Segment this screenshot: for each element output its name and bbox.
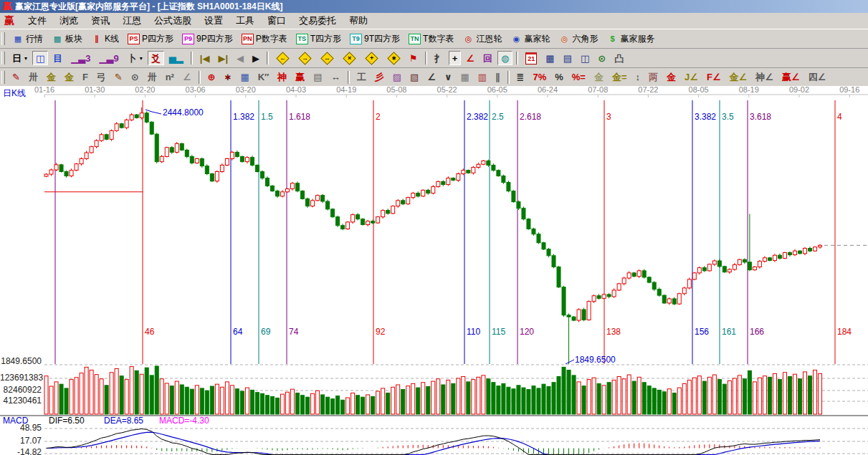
minute9-button[interactable]: ▁▃9 (96, 51, 123, 65)
service-button[interactable]: $赢家服务 (603, 32, 658, 46)
toolbar-grip[interactable] (1, 32, 5, 45)
gann-right-button[interactable]: → (295, 51, 315, 65)
gold-circle-tool[interactable]: 金 (591, 70, 607, 85)
save-button[interactable]: ◫ (577, 51, 593, 65)
ray-box-tool[interactable]: ▨ (389, 70, 405, 85)
gold-ratio-tool[interactable]: 金 (43, 70, 59, 85)
gann-cross-button[interactable]: × (339, 51, 360, 65)
gold-angle-tool[interactable]: 金∠ (726, 70, 751, 85)
grid-tool[interactable]: ▦ (457, 70, 472, 85)
updown-pencil-tool[interactable]: ↕ (632, 70, 644, 85)
spiral-tool[interactable]: 弓 (93, 70, 110, 85)
ying-angle-tool[interactable]: 赢∠ (778, 70, 803, 85)
menu-item-2[interactable]: 资讯 (85, 14, 116, 27)
shen-angle-tool[interactable]: 神∠ (752, 70, 777, 85)
nav-last-button[interactable]: ▶| (214, 51, 232, 65)
measure-button[interactable]: ∠ (462, 51, 478, 65)
percent-tool[interactable]: % (551, 70, 567, 85)
kline-mark-tool[interactable]: K″ (254, 70, 273, 85)
v-lines-tool[interactable]: ∨ (441, 70, 456, 85)
menu-item-0[interactable]: 文件 (22, 14, 53, 27)
gann-hexpand-button[interactable]: ↔ (317, 51, 338, 65)
hand-tool-button[interactable]: 扌 (431, 51, 447, 65)
grid-red-tool[interactable]: ▥ (474, 70, 490, 85)
percent7-tool[interactable]: 7% (529, 70, 550, 85)
winner-wheel-button[interactable]: ◉赢家轮 (507, 32, 553, 46)
angle-ruler-tool[interactable]: ∠ (179, 70, 195, 85)
menu-item-3[interactable]: 江恩 (116, 14, 148, 27)
star-circle-tool[interactable]: ∗ (221, 70, 236, 85)
menu-item-6[interactable]: 工具 (229, 14, 261, 27)
menu-item-1[interactable]: 浏览 (53, 14, 85, 27)
kline-chart[interactable]: 01-1601-3002-2003-0603-2004-0304-1905-08… (0, 86, 868, 455)
toolbar-grip[interactable] (1, 52, 5, 64)
gann-circle-tool[interactable]: ⊙ (128, 70, 143, 85)
minute3-button[interactable]: ▁▃3 (67, 51, 94, 65)
period-day-dropdown[interactable]: 日▾ (9, 51, 31, 65)
candle-style-dropdown[interactable]: 卜▾ (124, 51, 146, 65)
notes-button[interactable]: ▤ (560, 51, 576, 65)
grid-123-tool[interactable]: ▤ (310, 70, 325, 85)
gann-plus-button[interactable]: + (361, 51, 382, 65)
target-tool[interactable]: ⊕ (204, 70, 219, 85)
print-button[interactable]: 凸 (611, 51, 627, 65)
gold-line-tool[interactable]: 金= (609, 70, 631, 85)
gann-star-button[interactable]: ∗ (383, 51, 404, 65)
sectors-button[interactable]: ▩板块 (48, 32, 86, 46)
flag-button[interactable]: ⚑ (406, 51, 421, 65)
menu-item-4[interactable]: 公式选股 (148, 14, 198, 27)
menu-item-5[interactable]: 设置 (198, 14, 229, 27)
brain-button[interactable]: ◍ (497, 51, 512, 65)
gold-ratio2-tool[interactable]: 金 (61, 70, 77, 85)
overlay-chart-button[interactable]: ◫ (32, 51, 48, 65)
menu-item-9[interactable]: 帮助 (343, 14, 374, 27)
info-panel-button[interactable]: 目 (49, 51, 66, 65)
gann-line-tool[interactable]: 卅 (25, 70, 42, 85)
band-tool[interactable]: 两 (645, 70, 662, 85)
crosshair-button[interactable]: + (449, 51, 462, 65)
gold-ray-tool[interactable]: 金 (663, 70, 679, 85)
clover-button[interactable]: 回 (480, 51, 496, 65)
j-angle-tool[interactable]: J∠ (681, 70, 702, 85)
ray-fan-tool[interactable]: 彡 (371, 70, 388, 85)
line-group-tool[interactable]: 卅 (144, 70, 161, 85)
fibonacci-tool[interactable]: F (79, 70, 92, 85)
p-square-button[interactable]: PSP四方形 (124, 32, 177, 46)
t9-square-button[interactable]: T99T四方形 (346, 32, 404, 46)
ray-box2-tool[interactable]: ▧ (406, 70, 422, 85)
quotes-button[interactable]: ▦行情 (9, 32, 47, 46)
toolbar-grip[interactable] (1, 71, 5, 84)
n2-tool[interactable]: n² (162, 70, 178, 85)
menu-item-7[interactable]: 窗口 (261, 14, 292, 27)
t-number-button[interactable]: TNT数字表 (405, 32, 457, 46)
nav-next-button[interactable]: ▶ (249, 51, 263, 65)
world-button[interactable]: ⊙ (594, 51, 609, 65)
p-number-button[interactable]: PNP数字表 (238, 32, 291, 46)
ying-tool[interactable]: 赢 (292, 70, 308, 85)
percent-line-tool[interactable]: %= (568, 70, 589, 85)
t-square-button[interactable]: TST四方形 (292, 32, 345, 46)
price-ladder-tool[interactable]: ≣ (513, 70, 528, 85)
calculator-button[interactable]: ▦ (542, 51, 558, 65)
nav-prev-button[interactable]: ◀ (233, 51, 247, 65)
pencil-tool[interactable]: ✎ (9, 70, 24, 85)
menu-item-8[interactable]: 交易委托 (292, 14, 343, 27)
shen-tool[interactable]: 神 (274, 70, 290, 85)
angle-lines-tool[interactable]: ∠ (424, 70, 439, 85)
kline-button[interactable]: ∥K线 (87, 32, 123, 46)
nav-first-button[interactable]: |◀ (196, 51, 214, 65)
grid-net-tool[interactable]: ▦ (237, 70, 252, 85)
f-angle-tool[interactable]: F∠ (703, 70, 725, 85)
hexagon-button[interactable]: ◎六角形 (555, 32, 601, 46)
gann-wheel-button[interactable]: ◎江恩轮 (459, 32, 505, 46)
calendar-button[interactable]: 21 (522, 51, 540, 65)
volume-style-button[interactable]: ▅▂ (166, 51, 187, 65)
width-tool[interactable]: ↔ (328, 70, 344, 85)
p9-square-button[interactable]: P99P四方形 (178, 32, 237, 46)
pattern-button[interactable]: 爻 (148, 51, 164, 65)
four-angle-tool[interactable]: 四∠ (805, 70, 830, 85)
parallel-tool[interactable]: ∥ (492, 70, 504, 85)
brush-line-tool[interactable]: ✎ (111, 70, 126, 85)
beam-tool[interactable]: 工 (353, 70, 370, 85)
gann-left-button[interactable]: ← (272, 51, 293, 65)
